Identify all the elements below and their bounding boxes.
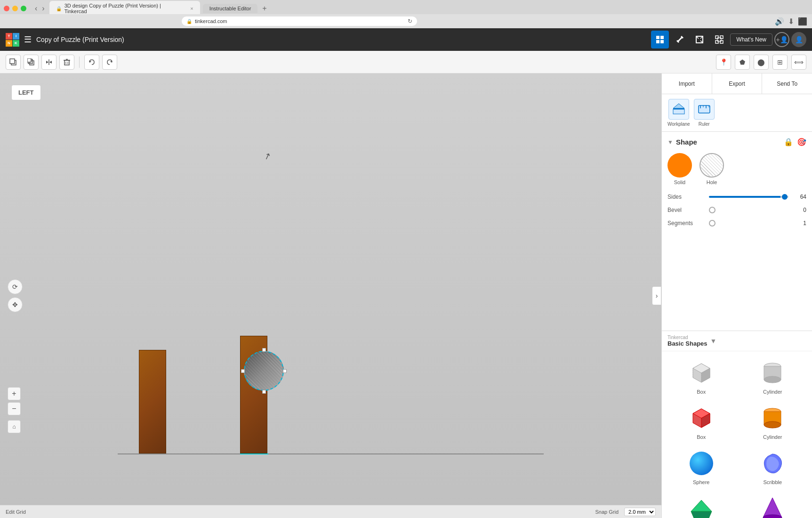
- tab-close-icon[interactable]: ×: [190, 6, 193, 11]
- shape-item-cylinder-grey[interactable]: Cylinder: [739, 356, 807, 397]
- handle-right[interactable]: [283, 369, 287, 373]
- browser-chrome: ‹ › 🔒 3D design Copy of Puzzle (Print Ve…: [0, 0, 812, 28]
- user-avatar-button[interactable]: 👤: [791, 32, 806, 47]
- zoom-in-button[interactable]: +: [8, 387, 21, 400]
- group-button[interactable]: [710, 31, 728, 49]
- svg-rect-17: [27, 58, 31, 62]
- delete-icon: [63, 58, 71, 66]
- lock-icon: 🔒: [186, 19, 192, 24]
- smart-duplicate-button[interactable]: [24, 55, 39, 70]
- shape-item-cylinder-orange[interactable]: Cylinder: [739, 401, 807, 443]
- new-tab-button[interactable]: +: [262, 4, 266, 13]
- tools-icon: [675, 35, 684, 44]
- shape-panel-title: Shape: [676, 138, 781, 146]
- solid-option[interactable]: Solid: [667, 153, 692, 185]
- logo-cell-n: N: [6, 40, 12, 47]
- handle-top[interactable]: [262, 348, 266, 352]
- import-button[interactable]: Import: [662, 73, 712, 94]
- svg-rect-8: [716, 36, 718, 39]
- secondary-toolbar: 📍 ⬟ ⬤ ⊞ ⟺: [0, 51, 812, 73]
- snap-grid-select[interactable]: 2.0 mm 1.0 mm 0.5 mm: [624, 508, 656, 516]
- target-icon[interactable]: 🎯: [797, 138, 806, 146]
- undo-button[interactable]: [84, 55, 99, 70]
- second-tab[interactable]: Instructable Editor: [203, 4, 258, 13]
- edit-grid-button[interactable]: Edit Grid: [6, 509, 26, 515]
- grid-icon: [655, 35, 665, 44]
- forward-button[interactable]: ›: [40, 4, 46, 13]
- hole-option[interactable]: Hole: [699, 153, 724, 185]
- ruler-icon: [694, 99, 715, 120]
- home-camera-button[interactable]: ⌂: [8, 420, 21, 433]
- circle-button[interactable]: ⬤: [754, 55, 769, 70]
- anchor-button[interactable]: 📍: [716, 55, 731, 70]
- scribble-icon: [758, 449, 787, 478]
- grid-view-button[interactable]: [651, 31, 669, 49]
- send-to-button[interactable]: Send To: [762, 73, 812, 94]
- workplane-icon: [668, 99, 689, 120]
- segments-circle[interactable]: [709, 220, 716, 227]
- redo-icon: [106, 58, 113, 66]
- cylinder-orange-icon: [758, 404, 787, 432]
- align-button[interactable]: ⊞: [772, 55, 788, 70]
- add-user-button[interactable]: +👤: [774, 32, 789, 47]
- polygon-button[interactable]: ⬟: [735, 55, 750, 70]
- workplane-button[interactable]: Workplane: [667, 99, 690, 127]
- shape-item-roof[interactable]: Roof: [667, 492, 735, 518]
- svg-rect-9: [720, 36, 723, 39]
- svg-rect-11: [720, 40, 723, 43]
- traffic-lights: [4, 6, 26, 11]
- export-button[interactable]: Export: [712, 73, 763, 94]
- lock-shape-icon[interactable]: 🔒: [784, 138, 793, 146]
- svg-rect-18: [64, 60, 69, 65]
- tab-icon: 🔒: [56, 6, 62, 11]
- sides-thumb[interactable]: [782, 194, 788, 200]
- pan-button[interactable]: ✥: [8, 297, 23, 312]
- bevel-value: 0: [792, 207, 806, 213]
- zoom-out-button[interactable]: −: [8, 402, 21, 415]
- shape-item-scribble[interactable]: Scribble: [739, 446, 807, 488]
- segments-label: Segments: [667, 220, 705, 227]
- shape-item-box-red[interactable]: Box: [667, 401, 735, 443]
- reload-button[interactable]: ↻: [408, 18, 412, 24]
- handle-left[interactable]: [241, 369, 245, 373]
- shape-header: ▼ Shape 🔒 🎯: [667, 138, 806, 146]
- redo-button[interactable]: [102, 55, 117, 70]
- svg-rect-2: [656, 40, 659, 43]
- whats-new-button[interactable]: What's New: [730, 33, 772, 46]
- svg-marker-24: [673, 104, 684, 108]
- cursor-arrow: ↗: [262, 150, 273, 162]
- handle-bottom[interactable]: [262, 390, 266, 394]
- box-button[interactable]: [691, 31, 708, 49]
- canvas-area[interactable]: LEFT ↗: [0, 73, 661, 518]
- box-object-left[interactable]: [139, 350, 166, 453]
- ruler-button[interactable]: Ruler: [694, 99, 715, 127]
- library-dropdown-button[interactable]: ▼: [710, 337, 717, 345]
- camera-controls: ⟳ ✥: [8, 279, 23, 312]
- download-icon: ⬇: [788, 17, 794, 26]
- delete-button[interactable]: [59, 55, 74, 70]
- segments-value: 1: [792, 220, 806, 227]
- tools-button[interactable]: [671, 31, 689, 49]
- shape-item-box-grey[interactable]: Box: [667, 356, 735, 397]
- sides-slider[interactable]: [709, 196, 788, 198]
- duplicate-button[interactable]: [6, 55, 21, 70]
- shape-collapse-icon[interactable]: ▼: [667, 139, 673, 146]
- collapse-toggle[interactable]: ›: [652, 286, 661, 305]
- hamburger-menu[interactable]: ☰: [24, 34, 32, 45]
- tinkercad-logo: T I N K: [6, 33, 19, 47]
- roof-icon: [687, 494, 716, 518]
- box-icon: [695, 35, 704, 44]
- mirror-button[interactable]: [41, 55, 56, 70]
- cylinder-selected[interactable]: [244, 351, 284, 391]
- traffic-light-red[interactable]: [4, 6, 9, 11]
- shape-item-sphere[interactable]: Sphere: [667, 446, 735, 488]
- orbit-button[interactable]: ⟳: [8, 279, 23, 294]
- shape-item-cone[interactable]: Cone: [739, 492, 807, 518]
- traffic-light-yellow[interactable]: [12, 6, 18, 11]
- traffic-light-green[interactable]: [21, 6, 26, 11]
- back-button[interactable]: ‹: [33, 4, 39, 13]
- undo-icon: [88, 58, 96, 66]
- mirror-tool-button[interactable]: ⟺: [791, 55, 806, 70]
- mirror-icon: [45, 58, 53, 66]
- bevel-circle[interactable]: [709, 207, 716, 213]
